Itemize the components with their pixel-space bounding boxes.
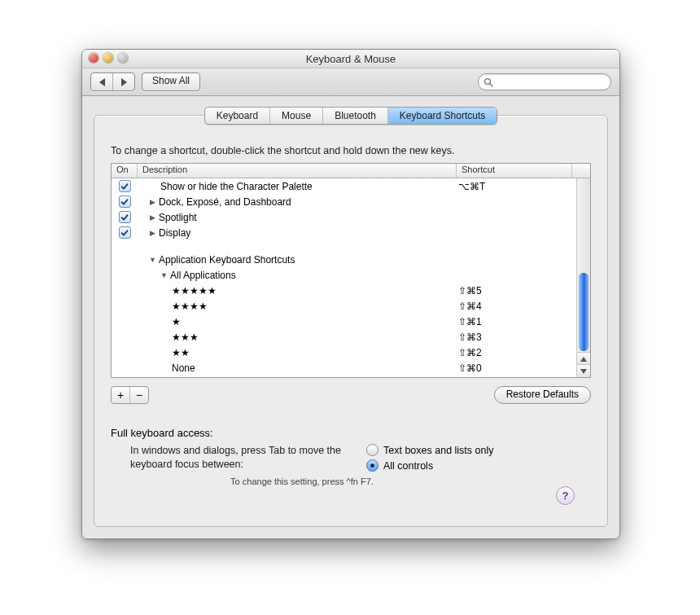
cell-description: None	[138, 362, 455, 374]
row-label: Display	[159, 227, 190, 239]
tab-keyboard[interactable]: Keyboard	[205, 108, 270, 124]
back-button[interactable]	[91, 73, 113, 90]
preferences-window: Keyboard & Mouse Show All KeyboardMouseB…	[81, 49, 620, 539]
table-spacer	[112, 240, 574, 252]
close-icon[interactable]	[89, 53, 98, 63]
help-button[interactable]: ?	[556, 486, 575, 505]
disclosure-down-icon[interactable]: ▼	[160, 271, 168, 279]
cell-on	[112, 195, 138, 208]
svg-line-1	[490, 83, 492, 86]
tab-strip: KeyboardMouseBluetoothKeyboard Shortcuts	[94, 107, 607, 125]
cell-description: ▶Spotlight	[138, 212, 455, 223]
table-row[interactable]: ▶Display	[112, 225, 574, 240]
cell-shortcut[interactable]: ⇧⌘1	[455, 316, 574, 327]
search-icon	[483, 77, 493, 87]
table-row[interactable]: ★★★★⇧⌘4	[112, 298, 574, 314]
cell-description: ★★★	[138, 332, 455, 343]
table-row[interactable]: None⇧⌘0	[112, 360, 574, 376]
vertical-scrollbar[interactable]	[576, 178, 590, 377]
chevron-up-icon	[580, 357, 587, 362]
row-label: All Applications	[170, 270, 236, 281]
radio-label: All controls	[383, 460, 433, 472]
disclosure-right-icon[interactable]: ▶	[149, 213, 156, 222]
radio-all-controls[interactable]: All controls	[366, 459, 591, 472]
row-label: Dock, Exposé, and Dashboard	[159, 196, 291, 208]
row-label: ★★	[172, 347, 190, 358]
table-header: On Description Shortcut	[112, 164, 590, 178]
toolbar: Show All	[82, 68, 619, 96]
window-controls	[89, 53, 128, 63]
remove-button[interactable]: −	[130, 387, 148, 403]
zoom-icon[interactable]	[118, 53, 128, 63]
row-label: Show or hide the Character Palette	[160, 181, 313, 192]
disclosure-right-icon[interactable]: ▶	[149, 198, 156, 206]
show-all-button[interactable]: Show All	[142, 72, 200, 91]
table-row[interactable]: Show or hide the Character Palette⌥⌘T	[112, 178, 574, 194]
full-keyboard-access-footer: To change this setting, press ^fn F7.	[111, 477, 591, 486]
row-label: Spotlight	[159, 212, 197, 223]
scroll-down-button[interactable]	[577, 364, 590, 377]
cell-description: ▼Application Keyboard Shortcuts	[138, 254, 455, 266]
chevron-left-icon	[99, 78, 105, 86]
scrollbar-thumb[interactable]	[579, 273, 588, 351]
add-button[interactable]: +	[112, 387, 130, 403]
row-label: ★	[172, 316, 181, 327]
tab-mouse[interactable]: Mouse	[270, 108, 323, 124]
cell-description: ★★★★	[138, 301, 455, 312]
table-row[interactable]: ★★★★★⇧⌘5	[112, 283, 574, 298]
table-actions: + − Restore Defaults	[111, 386, 591, 404]
cell-description: ▼All Applications	[138, 270, 455, 281]
cell-on	[112, 180, 138, 192]
nav-back-forward	[90, 72, 135, 91]
full-keyboard-access-description: In windows and dialogs, press Tab to mov…	[111, 444, 366, 472]
row-label: Application Keyboard Shortcuts	[159, 254, 295, 266]
checkbox[interactable]	[119, 226, 131, 239]
column-scroll-gutter	[572, 164, 590, 178]
forward-button[interactable]	[113, 73, 134, 90]
table-row[interactable]: ▼Application Keyboard Shortcuts	[112, 252, 574, 267]
cell-shortcut[interactable]: ⇧⌘4	[455, 301, 574, 312]
cell-description: ▶Display	[138, 227, 455, 239]
scroll-up-button[interactable]	[577, 352, 590, 365]
table-row[interactable]: ▶Dock, Exposé, and Dashboard	[112, 194, 574, 209]
cell-on	[112, 226, 138, 239]
column-shortcut[interactable]: Shortcut	[457, 164, 572, 178]
cell-on	[112, 211, 138, 223]
table-row[interactable]: ▼All Applications	[112, 267, 574, 283]
cell-shortcut[interactable]: ⇧⌘0	[455, 362, 574, 374]
chevron-right-icon	[121, 78, 127, 86]
restore-defaults-button[interactable]: Restore Defaults	[494, 386, 591, 404]
cell-shortcut[interactable]: ⇧⌘3	[455, 332, 574, 343]
table-row[interactable]: ★⇧⌘1	[112, 314, 574, 329]
checkbox[interactable]	[119, 211, 131, 223]
checkbox[interactable]	[119, 195, 131, 208]
table-row[interactable]: ★★★⇧⌘3	[112, 329, 574, 345]
window-title: Keyboard & Mouse	[82, 50, 619, 68]
cell-description: ★★★★★	[138, 285, 455, 297]
cell-description: ★★	[138, 347, 455, 358]
row-label: ★★★★	[172, 301, 208, 312]
tab-keyboard-shortcuts[interactable]: Keyboard Shortcuts	[388, 108, 497, 124]
minimize-icon[interactable]	[103, 53, 113, 63]
instruction-text: To change a shortcut, double-click the s…	[111, 145, 591, 156]
cell-shortcut[interactable]: ⇧⌘2	[455, 347, 574, 358]
cell-shortcut[interactable]: ⇧⌘5	[455, 285, 574, 297]
full-keyboard-access-heading: Full keyboard access:	[111, 427, 591, 439]
chevron-down-icon	[580, 369, 587, 374]
table-row[interactable]: ▶Spotlight	[112, 209, 574, 225]
shortcuts-table: On Description Shortcut Show or hide the…	[111, 163, 591, 378]
cell-shortcut[interactable]: ⌥⌘T	[455, 181, 574, 192]
search-field[interactable]	[478, 73, 611, 90]
table-row[interactable]: ★★⇧⌘2	[112, 345, 574, 360]
column-description[interactable]: Description	[138, 164, 457, 178]
radio-label: Text boxes and lists only	[383, 445, 494, 456]
disclosure-down-icon[interactable]: ▼	[149, 256, 156, 264]
disclosure-right-icon[interactable]: ▶	[149, 229, 156, 237]
search-input[interactable]	[497, 76, 606, 89]
column-on[interactable]: On	[112, 164, 138, 178]
radio-icon	[366, 444, 378, 456]
checkbox[interactable]	[119, 180, 131, 192]
radio-text-boxes-only[interactable]: Text boxes and lists only	[366, 444, 591, 456]
titlebar: Keyboard & Mouse	[82, 50, 619, 68]
tab-bluetooth[interactable]: Bluetooth	[323, 108, 388, 124]
